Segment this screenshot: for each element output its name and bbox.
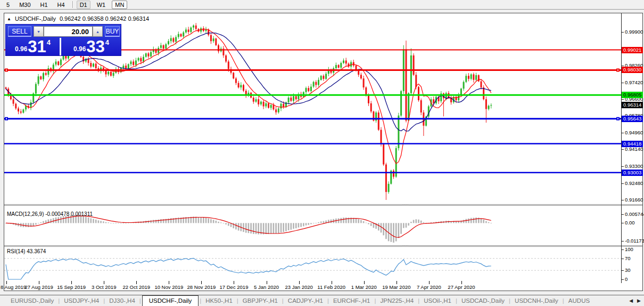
price-tick-mark <box>622 83 624 83</box>
price-tick-mark <box>622 66 624 66</box>
tab-separator: | <box>375 297 376 304</box>
chart-tab-dj30-h4[interactable]: DJ30-,H4 <box>106 297 138 304</box>
price-axis-border <box>621 13 622 283</box>
chart-tab-usoil-h1[interactable]: USOil-,H1 <box>420 297 455 304</box>
price-tick-0.92480: 0.92480 <box>625 180 643 186</box>
macd-rsi-separator[interactable] <box>4 245 642 247</box>
tab-separator: | <box>103 297 105 304</box>
date-tick-mark <box>364 281 365 284</box>
one-click-trading-panel: SELL ▼ ▲ BUY 0.96 31 4 0.96 33 4 <box>5 24 121 56</box>
date-label-28-Nov-2019: 28 Nov 2019 <box>187 284 216 290</box>
symbol-period-label: USDCHF-,Daily <box>15 15 56 22</box>
hline-0.98030[interactable] <box>4 69 621 72</box>
price-tick-mark <box>622 149 624 150</box>
sell-button[interactable]: SELL <box>8 26 31 37</box>
tab-scroll-buttons: ◀▶ <box>629 298 644 303</box>
tab-separator: | <box>58 297 60 304</box>
tab-separator: | <box>418 297 419 304</box>
hline-price-tag-0.99021: 0.99021 <box>622 47 643 53</box>
hline-0.95643[interactable] <box>4 117 621 120</box>
date-tick-mark <box>397 281 397 284</box>
volume-increase-button[interactable]: ▲ <box>93 26 103 37</box>
chart-tab-usdchf-daily[interactable]: USDCHF-,Daily <box>142 295 199 306</box>
buy-price[interactable]: 0.96 33 4 <box>61 38 121 55</box>
date-tick-mark <box>71 281 72 284</box>
tab-scroll-left-icon[interactable]: ◀ <box>629 298 633 303</box>
collapse-arrow-icon[interactable]: ▲ <box>7 17 11 21</box>
tab-scroll-right-icon[interactable]: ▶ <box>637 298 641 303</box>
date-tick-mark <box>136 281 137 284</box>
macd-tick-mark <box>622 223 624 223</box>
date-label-11-Feb-2020: 11 Feb 2020 <box>317 284 345 290</box>
buy-price-base: 0.96 <box>73 45 86 53</box>
chart-tab-audus[interactable]: AUDUS <box>565 297 593 304</box>
chart-tab-jpn225-h4[interactable]: JPN225-,H4 <box>377 297 417 304</box>
tab-separator: | <box>327 297 329 304</box>
current-price-tag: 0.96314 <box>622 102 643 108</box>
volume-input[interactable] <box>44 26 93 37</box>
chart-tab-usdjpy-h4[interactable]: USDJPY-,H4 <box>61 297 102 304</box>
price-tick-mark <box>622 183 624 184</box>
volume-decrease-button[interactable]: ▼ <box>34 26 44 37</box>
hline-price-tag-0.94418: 0.94418 <box>622 141 643 147</box>
main-macd-separator[interactable] <box>4 204 642 206</box>
buy-button[interactable]: BUY <box>105 26 120 37</box>
hline-price-tag-0.95643: 0.95643 <box>622 116 643 122</box>
chart-tab-cadjpy-h1[interactable]: CADJPY-,H1 <box>285 297 326 304</box>
separator-grip-icon[interactable]: •••• <box>402 246 409 247</box>
rsi-tick-30: 30 <box>625 267 631 273</box>
date-tick-mark <box>461 281 462 284</box>
date-label-22-Oct-2019: 22 Oct 2019 <box>122 284 150 290</box>
chart-title: ▲ USDCHF-,Daily 0.96242 0.96358 0.96242 … <box>7 15 149 22</box>
separator-grip-icon[interactable]: •••• <box>402 205 409 206</box>
chart-tab-eurusd-daily[interactable]: EURUSD-,Daily <box>7 297 57 304</box>
macd-label: MACD(12,26,9) -0.000478 0.001311 <box>7 211 93 217</box>
chart-tab-gbpjpy-h1[interactable]: GBPJPY-,H1 <box>240 297 281 304</box>
price-tick-mark <box>622 32 624 33</box>
hline-price-tag-0.96805: 0.96805 <box>622 92 643 98</box>
price-tick-mark <box>622 166 624 167</box>
date-label-10-Nov-2019: 10 Nov 2019 <box>154 284 183 290</box>
date-label-27-Aug-2019: 27 Aug 2019 <box>24 284 53 290</box>
sell-price[interactable]: 0.96 31 4 <box>6 38 60 55</box>
price-tick-0.94140: 0.94140 <box>625 146 643 152</box>
sell-price-pips: 31 <box>28 39 46 54</box>
rsi-tick-mark <box>622 249 624 250</box>
macd-tick-0.005744: 0.005744 <box>625 211 644 217</box>
chart-tab-eurchf-h1[interactable]: EURCHF-,H1 <box>330 297 374 304</box>
rsi-tick-mark <box>622 259 624 259</box>
sell-price-point: 4 <box>47 38 51 46</box>
rsi-tick-0: 0 <box>625 276 628 282</box>
date-label-23-Jan-2020: 23 Jan 2020 <box>285 284 312 290</box>
macd-tick--0.011738: -0.011738 <box>625 238 644 244</box>
buy-price-pips: 33 <box>86 39 104 54</box>
chart-tab-hk50-h1[interactable]: HK50-,H1 <box>202 297 236 304</box>
price-tick-0.94960: 0.94960 <box>625 130 643 135</box>
date-tick-mark <box>234 281 234 284</box>
date-tick-mark <box>39 281 39 284</box>
ohlc-values: 0.96242 0.96358 0.96242 0.96314 <box>60 15 149 22</box>
macd-tick-0.00: 0.00 <box>625 220 635 226</box>
macd-histogram <box>5 215 492 243</box>
chart-tab-usdcad-daily[interactable]: USDCAD-,Daily <box>458 297 508 304</box>
macd-tick-mark <box>622 214 624 215</box>
date-tick-mark <box>267 281 267 284</box>
tab-separator: | <box>456 297 457 304</box>
price-tick-mark <box>622 133 624 133</box>
date-tick-mark <box>6 281 7 284</box>
sell-price-base: 0.96 <box>15 45 27 53</box>
price-divider <box>60 38 61 55</box>
rsi-tick-100: 100 <box>625 246 633 252</box>
date-label-1-Mar-2020: 1 Mar 2020 <box>351 284 377 290</box>
date-label-19-Mar-2020: 19 Mar 2020 <box>382 284 410 290</box>
price-tick-0.97420: 0.97420 <box>625 79 643 85</box>
chart-tab-usdcnh-daily[interactable]: USDCNH-,Daily <box>511 297 562 304</box>
buy-price-point: 4 <box>105 38 109 46</box>
rsi-line <box>6 258 491 279</box>
date-label-15-Sep-2019: 15 Sep 2019 <box>57 284 86 290</box>
price-tick-0.99900: 0.99900 <box>625 29 643 35</box>
hline-price-tag-0.98030: 0.98030 <box>622 67 643 73</box>
chart-tabs-bar: EURUSD-,Daily|USDJPY-,H4|DJ30-,H4|USDCHF… <box>0 295 644 306</box>
mt4-workspace: 5M30H1H4D1W1MN •••• •••• ▲ USDCHF-,Daily… <box>0 0 644 306</box>
date-label-3-Oct-2019: 3 Oct 2019 <box>92 284 116 290</box>
